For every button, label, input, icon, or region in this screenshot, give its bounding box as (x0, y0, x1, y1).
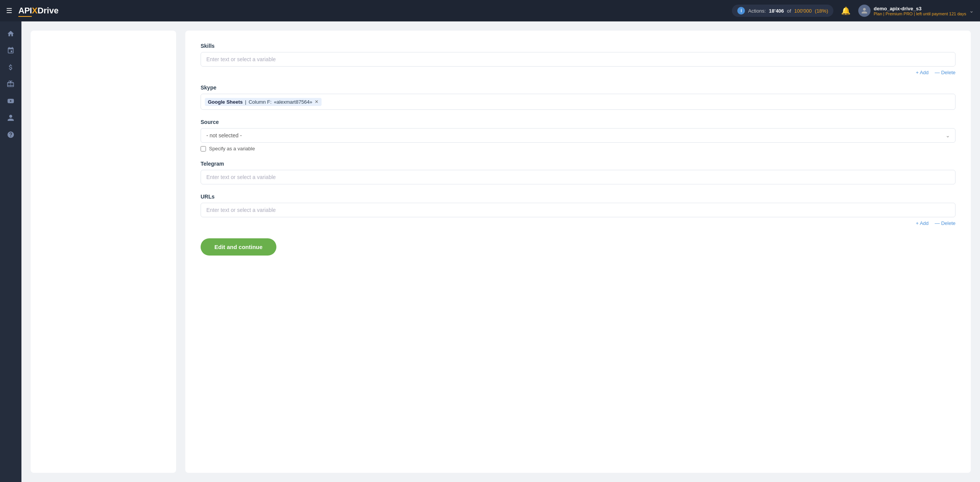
urls-actions-row: + Add — Delete (201, 220, 956, 226)
urls-field-group: URLs + Add — Delete (201, 194, 956, 226)
sidebar-item-profile[interactable] (3, 110, 18, 125)
sidebar (0, 21, 21, 482)
tag-column-text: Column F: (248, 99, 271, 105)
urls-add-link[interactable]: + Add (916, 220, 929, 226)
skype-field-group: Skype Google Sheets | Column F: «alexmar… (201, 85, 956, 110)
sidebar-item-connections[interactable] (3, 43, 18, 58)
edit-continue-button[interactable]: Edit and continue (201, 238, 276, 256)
source-label: Source (201, 119, 956, 125)
sidebar-item-home[interactable] (3, 26, 18, 41)
source-select-container: - not selected - ⌄ (201, 128, 956, 143)
username: demo_apix-drive_s3 (874, 6, 966, 11)
actions-badge: i Actions: 18'406 of 100'000 (18%) (732, 5, 833, 17)
skills-delete-link[interactable]: — Delete (935, 70, 956, 75)
avatar (858, 5, 871, 17)
content-area: Skills + Add — Delete Skype Google Sheet… (21, 21, 980, 482)
skills-input[interactable] (201, 52, 956, 67)
telegram-input[interactable] (201, 170, 956, 184)
sidebar-item-billing[interactable] (3, 60, 18, 75)
skype-label: Skype (201, 85, 956, 91)
user-info: demo_apix-drive_s3 Plan | Premium PRO | … (874, 6, 966, 16)
sidebar-item-help[interactable] (3, 127, 18, 142)
specify-variable-row: Specify as a variable (201, 146, 956, 151)
urls-label: URLs (201, 194, 956, 200)
source-select[interactable]: - not selected - (201, 128, 956, 143)
actions-pct: (18%) (815, 8, 828, 14)
skills-label: Skills (201, 43, 956, 49)
skills-add-link[interactable]: + Add (916, 70, 929, 75)
logo: API X Drive (18, 6, 59, 16)
user-plan: Plan | Premium PRO | left until payment … (874, 11, 966, 16)
user-chevron-icon[interactable]: ⌄ (969, 8, 974, 14)
notification-icon[interactable]: 🔔 (841, 6, 851, 15)
actions-label: Actions: (748, 8, 766, 14)
tag-close-icon[interactable]: ✕ (315, 99, 318, 104)
skype-tag: Google Sheets | Column F: «alexmart87564… (205, 98, 322, 106)
tag-value: «alexmart87564» (274, 99, 312, 105)
urls-delete-link[interactable]: — Delete (935, 220, 956, 226)
logo-drive: Drive (38, 6, 59, 16)
actions-of: of (787, 8, 791, 14)
user-section: demo_apix-drive_s3 Plan | Premium PRO | … (858, 5, 974, 17)
tag-column: | (245, 99, 246, 105)
logo-api: API (18, 6, 32, 16)
info-icon: i (737, 7, 745, 15)
urls-input[interactable] (201, 203, 956, 217)
actions-total: 100'000 (794, 8, 812, 14)
tag-source: Google Sheets (208, 99, 243, 105)
topnav: ☰ API X Drive i Actions: 18'406 of 100'0… (0, 0, 980, 21)
specify-variable-label[interactable]: Specify as a variable (209, 146, 255, 151)
sidebar-item-workspace[interactable] (3, 77, 18, 92)
logo-x: X (32, 6, 38, 16)
menu-icon[interactable]: ☰ (6, 7, 12, 15)
skills-field-group: Skills + Add — Delete (201, 43, 956, 75)
right-panel: Skills + Add — Delete Skype Google Sheet… (185, 31, 971, 473)
specify-variable-checkbox[interactable] (201, 146, 206, 151)
source-field-group: Source - not selected - ⌄ Specify as a v… (201, 119, 956, 151)
telegram-label: Telegram (201, 161, 956, 167)
sidebar-item-tutorials[interactable] (3, 93, 18, 109)
skype-tag-input[interactable]: Google Sheets | Column F: «alexmart87564… (201, 94, 956, 110)
actions-count: 18'406 (769, 8, 784, 14)
telegram-field-group: Telegram (201, 161, 956, 184)
left-panel (31, 31, 176, 473)
skills-actions-row: + Add — Delete (201, 70, 956, 75)
